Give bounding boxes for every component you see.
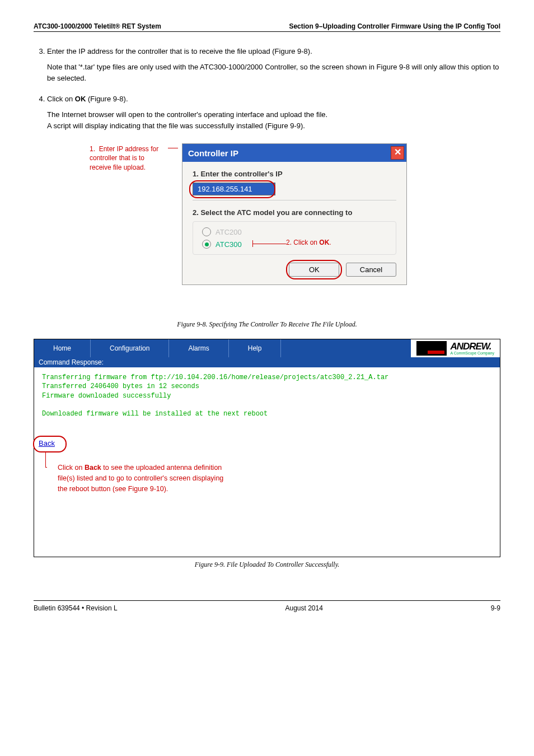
logo-sub-text: A CommScope Company bbox=[450, 351, 494, 355]
step-4-note1: The Internet browser will open to the co… bbox=[47, 109, 500, 121]
step-4-bold: OK bbox=[75, 95, 86, 103]
radio-atc200-label: ATC200 bbox=[216, 228, 242, 236]
figure-9-8: 1. Enter IP address for controller that … bbox=[90, 143, 500, 317]
footer-left: Bulletin 639544 • Revision L bbox=[34, 604, 118, 612]
atc-model-radio-group: ATC200 ATC300 2. Click on OK. bbox=[193, 221, 396, 255]
logo-image-icon bbox=[416, 341, 447, 356]
radio-icon bbox=[202, 227, 211, 236]
callout-line-icon bbox=[252, 244, 286, 244]
step-4-note2: A script will display indicating that th… bbox=[47, 120, 500, 132]
callout-back-pre: Click on bbox=[58, 464, 85, 472]
radio-atc300-label: ATC300 bbox=[216, 240, 242, 249]
callout-enter-ip: 1. Enter IP address for controller that … bbox=[90, 144, 168, 172]
command-response-header: Command Response: bbox=[34, 357, 500, 367]
step-4: Click on OK (Figure 9-8). The Internet b… bbox=[47, 94, 500, 132]
callout-enter-ip-text: 1. Enter IP address for controller that … bbox=[90, 145, 161, 171]
dialog-titlebar: Controller IP ✕ bbox=[182, 144, 406, 162]
brand-logo: ANDREW. A CommScope Company bbox=[411, 339, 500, 357]
tab-help[interactable]: Help bbox=[229, 339, 282, 357]
page-footer: Bulletin 639544 • Revision L August 2014… bbox=[34, 600, 500, 612]
radio-icon-selected bbox=[202, 240, 211, 249]
footer-right: 9-9 bbox=[491, 604, 500, 612]
callout-click-ok-pre: 2. Click on bbox=[286, 239, 319, 246]
callout-back: Click on Back to see the uploaded antenn… bbox=[58, 463, 223, 494]
callout-back-bold: Back bbox=[85, 464, 101, 472]
callout-connector-icon bbox=[45, 451, 47, 468]
figure-9-9-caption: Figure 9-9. File Uploaded To Controller … bbox=[34, 561, 500, 569]
dialog-buttons: OK Cancel bbox=[193, 263, 396, 277]
header-right: Section 9–Uploading Controller Firmware … bbox=[289, 22, 500, 30]
highlight-circle-icon bbox=[286, 260, 342, 279]
select-model-label: 2. Select the ATC model you are connecti… bbox=[193, 208, 396, 217]
radio-atc200[interactable]: ATC200 bbox=[202, 227, 387, 236]
close-icon[interactable]: ✕ bbox=[391, 146, 404, 160]
callout-click-ok-post: . bbox=[329, 239, 331, 246]
figure-9-9: Home Configuration Alarms Help ANDREW. A… bbox=[34, 339, 500, 557]
tab-alarms[interactable]: Alarms bbox=[169, 339, 228, 357]
radio-atc300[interactable]: ATC300 2. Click on OK. bbox=[202, 240, 387, 249]
dialog-title-text: Controller IP bbox=[188, 148, 238, 158]
tab-configuration[interactable]: Configuration bbox=[91, 339, 169, 357]
terminal-output: Transferring firmware from ftp://10.104.… bbox=[34, 367, 500, 424]
callout-click-ok: 2. Click on OK. bbox=[286, 239, 331, 246]
step-4-pre: Click on bbox=[47, 95, 75, 103]
step-3-text: Enter the IP address for the controller … bbox=[47, 47, 312, 55]
logo-main-text: ANDREW. bbox=[450, 342, 494, 351]
cancel-button[interactable]: Cancel bbox=[346, 263, 396, 277]
figure-9-8-caption: Figure 9-8. Specifying The Controller To… bbox=[34, 320, 500, 329]
tab-home[interactable]: Home bbox=[34, 339, 91, 357]
callout-click-ok-bold: OK bbox=[319, 239, 329, 246]
header-left: ATC300-1000/2000 Teletilt® RET System bbox=[34, 22, 161, 30]
ip-input-wrap: 192.168.255.141 bbox=[193, 183, 396, 195]
step-3-note: Note that '*.tar' type files are only us… bbox=[47, 62, 500, 85]
dialog-body: 1. Enter the controller's IP 192.168.255… bbox=[182, 162, 406, 284]
callout-line-icon bbox=[168, 148, 178, 148]
page-header: ATC300-1000/2000 Teletilt® RET System Se… bbox=[34, 22, 500, 32]
step-3: Enter the IP address for the controller … bbox=[47, 46, 500, 85]
instruction-list: Enter the IP address for the controller … bbox=[34, 46, 500, 132]
step-4-post: (Figure 9-8). bbox=[86, 95, 128, 103]
ok-button[interactable]: OK bbox=[289, 263, 339, 277]
footer-center: August 2014 bbox=[285, 604, 322, 612]
back-link[interactable]: Back bbox=[39, 439, 55, 447]
nav-tabs: Home Configuration Alarms Help ANDREW. A… bbox=[34, 339, 500, 357]
separator bbox=[193, 200, 396, 200]
enter-ip-label: 1. Enter the controller's IP bbox=[193, 170, 396, 178]
highlight-circle-icon bbox=[33, 436, 67, 452]
highlight-circle-icon bbox=[189, 180, 275, 198]
controller-ip-dialog: Controller IP ✕ 1. Enter the controller'… bbox=[182, 143, 407, 285]
